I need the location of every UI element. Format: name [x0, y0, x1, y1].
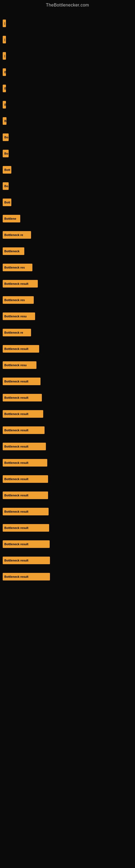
bottleneck-bar: |: [3, 52, 6, 60]
bottleneck-bar: Bott: [3, 166, 11, 174]
bottleneck-bar: B: [3, 101, 6, 108]
bar-label: Bottleneck result: [4, 526, 28, 529]
bar-row: Bottleneck res: [3, 292, 132, 308]
bar-row: |: [3, 15, 132, 31]
bar-row: Bottleneck resu: [3, 357, 132, 373]
bottleneck-bar: Bottleneck result: [3, 280, 38, 287]
bar-label: Bo: [4, 152, 8, 155]
bottleneck-bar: Bottleneck resu: [3, 312, 35, 320]
bar-row: |: [3, 31, 132, 48]
bottleneck-bar: Bottleneck result: [3, 524, 49, 532]
bar-row: Bottleneck result: [3, 568, 132, 585]
bar-row: Bottleneck result: [3, 552, 132, 568]
bottleneck-bar: B: [3, 85, 6, 92]
bar-label: Bottlene: [4, 217, 16, 220]
bar-row: Bottleneck: [3, 243, 132, 259]
bar-label: Bottleneck result: [4, 412, 28, 415]
bar-label: Bott: [4, 168, 10, 172]
bar-label: B: [4, 119, 6, 123]
bar-row: Bottleneck result: [3, 503, 132, 520]
bar-label: Bottleneck result: [4, 429, 28, 432]
bottleneck-bar: Bottlene: [3, 215, 20, 222]
bar-row: Bottleneck res: [3, 259, 132, 276]
bar-row: Bott: [3, 194, 132, 211]
bar-row: Bottleneck result: [3, 438, 132, 455]
bottleneck-bar: Bottleneck result: [3, 540, 50, 548]
bottleneck-bar: Bottleneck result: [3, 508, 49, 516]
bottleneck-bar: Bottleneck resu: [3, 361, 37, 369]
bar-row: Bottleneck resu: [3, 308, 132, 324]
bar-label: Bottleneck result: [4, 559, 28, 562]
bottleneck-bar: Bottleneck result: [3, 426, 45, 434]
bar-label: Bottleneck resu: [4, 315, 27, 318]
bottleneck-bar: Bottleneck result: [3, 459, 47, 467]
bar-row: Bottleneck result: [3, 520, 132, 536]
bar-label: B: [4, 103, 6, 106]
bar-row: Bottleneck result: [3, 422, 132, 438]
bar-label: Bottleneck: [4, 250, 19, 253]
bottleneck-bar: |: [3, 36, 6, 43]
bottleneck-bar: Bottleneck result: [3, 378, 41, 385]
bottleneck-bar: B: [3, 117, 6, 125]
bottleneck-bar: Bottleneck result: [3, 475, 48, 483]
bottleneck-bar: Bottleneck result: [3, 443, 46, 450]
bar-label: B: [4, 70, 6, 74]
bottleneck-bar: Bottleneck result: [3, 394, 42, 401]
bottleneck-bar: Bottleneck result: [3, 557, 50, 564]
bottleneck-bar: B: [3, 68, 6, 76]
bar-label: Bottleneck resu: [4, 364, 27, 367]
bar-label: Bottleneck result: [4, 575, 28, 578]
bottleneck-bar: Bo: [3, 150, 9, 157]
bar-row: Bottleneck re: [3, 324, 132, 341]
bar-label: Bottleneck result: [4, 494, 28, 497]
bar-row: Bottleneck result: [3, 471, 132, 487]
bottleneck-bar: |: [3, 20, 6, 27]
bar-label: Bottleneck result: [4, 477, 28, 480]
bar-row: Bo: [3, 129, 132, 145]
bottleneck-bar: Bo: [3, 133, 9, 141]
bottleneck-bar: Bottleneck res: [3, 296, 34, 304]
bar-label: Bottleneck result: [4, 510, 28, 513]
bar-row: Bottleneck result: [3, 487, 132, 503]
bar-row: Bottleneck result: [3, 276, 132, 292]
bars-container: |||BBBBBoBoBottBoBottBottleneBottleneck …: [0, 10, 135, 590]
bar-label: Bottleneck re: [4, 233, 23, 237]
bar-row: Bottleneck result: [3, 455, 132, 471]
bar-row: B: [3, 97, 132, 113]
bar-row: Bottleneck result: [3, 406, 132, 422]
bottleneck-bar: Bottleneck result: [3, 410, 43, 418]
bar-label: |: [4, 54, 5, 58]
bar-label: Bott: [4, 201, 10, 204]
bar-row: Bottleneck result: [3, 390, 132, 406]
bar-row: Bo: [3, 178, 132, 194]
bar-label: Bottleneck result: [4, 445, 28, 448]
bar-label: Bottleneck result: [4, 542, 28, 546]
bar-row: Bottleneck result: [3, 341, 132, 357]
bottleneck-bar: Bottleneck result: [3, 573, 50, 581]
bar-label: Bottleneck result: [4, 396, 28, 399]
site-title: TheBottlenecker.com: [0, 0, 135, 10]
bar-label: Bottleneck result: [4, 461, 28, 464]
bottleneck-bar: Bottleneck re: [3, 231, 31, 239]
bar-row: Bottleneck result: [3, 373, 132, 390]
bar-label: Bo: [4, 135, 8, 139]
bar-label: Bo: [4, 184, 8, 188]
bar-row: Bottleneck result: [3, 536, 132, 552]
bar-label: Bottleneck re: [4, 331, 23, 334]
bar-label: Bottleneck res: [4, 299, 25, 302]
bottleneck-bar: Bottleneck: [3, 247, 24, 255]
bar-label: Bottleneck result: [4, 380, 28, 383]
bar-row: B: [3, 80, 132, 97]
bar-label: B: [4, 87, 6, 90]
bar-label: Bottleneck res: [4, 266, 25, 269]
bar-row: Bo: [3, 145, 132, 162]
bottleneck-bar: Bottleneck result: [3, 492, 48, 499]
bar-label: Bottleneck result: [4, 347, 28, 350]
bar-label: |: [4, 38, 5, 41]
bottleneck-bar: Bottleneck re: [3, 329, 31, 336]
bar-row: B: [3, 113, 132, 129]
bottleneck-bar: Bottleneck result: [3, 345, 39, 352]
bar-row: B: [3, 64, 132, 80]
bottleneck-bar: Bott: [3, 198, 11, 206]
bar-row: Bottlene: [3, 211, 132, 227]
